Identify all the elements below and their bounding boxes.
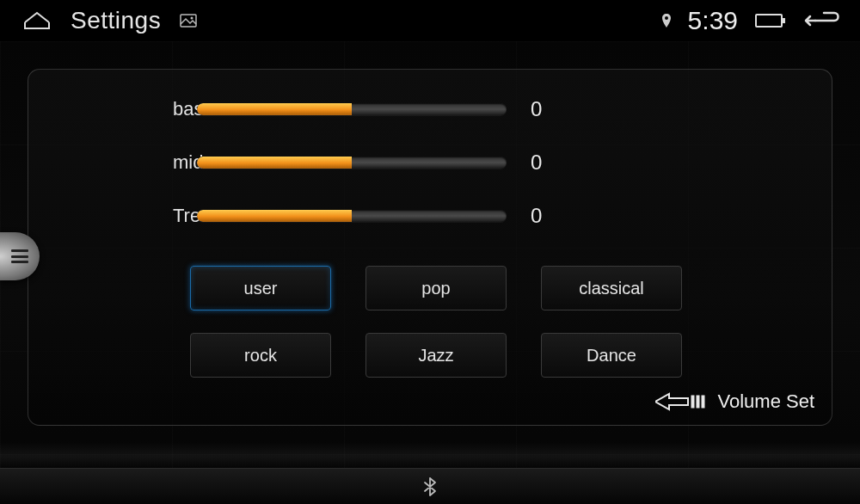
bluetooth-icon[interactable] — [424, 477, 436, 496]
battery-icon — [755, 12, 786, 29]
slider-track[interactable] — [197, 157, 507, 169]
statusbar: Settings 5:39 — [0, 0, 860, 41]
preset-classical[interactable]: classical — [541, 266, 682, 310]
svg-point-1 — [191, 17, 194, 20]
slider-track[interactable] — [197, 210, 507, 222]
slider-label: Tre — [78, 205, 173, 227]
preset-dance[interactable]: Dance — [541, 333, 682, 378]
slider-label: bass — [78, 98, 173, 120]
eq-sliders: bass 0 mid 0 Tre 0 — [78, 97, 782, 228]
home-icon[interactable] — [22, 10, 52, 31]
eq-panel: bass 0 mid 0 Tre 0 user pop classical ro… — [28, 69, 832, 426]
slider-value: 0 — [531, 151, 565, 175]
slider-label: mid — [78, 151, 173, 174]
slider-value: 0 — [531, 204, 565, 228]
preset-pop[interactable]: pop — [366, 266, 507, 310]
preset-rock[interactable]: rock — [190, 333, 331, 378]
slider-track[interactable] — [197, 103, 507, 115]
preset-jazz[interactable]: Jazz — [366, 333, 507, 378]
clock: 5:39 — [688, 6, 738, 35]
volume-set-button[interactable]: Volume Set — [655, 390, 814, 413]
slider-tre: Tre 0 — [78, 204, 782, 228]
slider-fill — [197, 157, 352, 169]
arrow-left-icon — [655, 392, 709, 411]
slider-value: 0 — [531, 97, 565, 121]
location-icon — [662, 14, 671, 28]
slider-fill — [197, 103, 352, 115]
svg-rect-6 — [702, 396, 704, 408]
svg-rect-2 — [756, 15, 782, 27]
picture-icon — [180, 14, 197, 28]
slider-bass: bass 0 — [78, 97, 782, 121]
eq-presets: user pop classical rock Jazz Dance — [190, 266, 680, 378]
floor-highlight — [0, 442, 860, 468]
hamburger-icon — [11, 249, 28, 263]
back-icon[interactable] — [803, 9, 843, 32]
volume-set-label: Volume Set — [717, 390, 814, 413]
svg-rect-5 — [697, 396, 699, 408]
svg-rect-4 — [691, 396, 694, 408]
slider-fill — [197, 210, 352, 222]
slider-mid: mid 0 — [78, 151, 782, 175]
preset-user[interactable]: user — [190, 266, 331, 310]
svg-rect-3 — [783, 18, 785, 23]
bottom-bar — [0, 468, 860, 504]
page-title: Settings — [71, 7, 161, 34]
